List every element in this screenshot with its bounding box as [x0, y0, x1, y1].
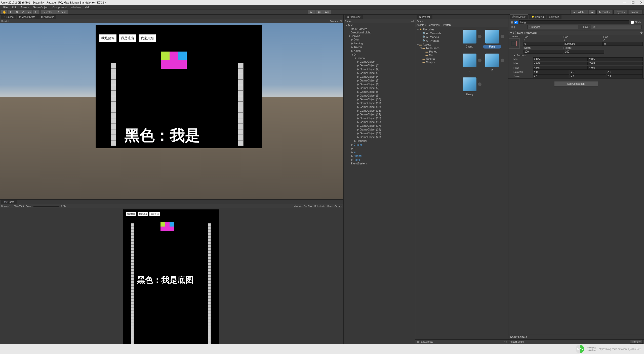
hierarchy-item[interactable]: ▶GameObject (11) [344, 101, 415, 105]
layers-dropdown[interactable]: Layers [613, 10, 627, 14]
lighting-tab[interactable]: 💡 Lighting [529, 15, 546, 19]
hierarchy-item[interactable]: ▶Yi [344, 150, 415, 154]
hierarchy-item[interactable]: ▶Tuichu [344, 45, 415, 49]
posy-input[interactable] [564, 42, 603, 46]
scale-z[interactable] [607, 74, 643, 78]
transform-tool-icon[interactable]: ✦ [33, 10, 39, 14]
assetbundle-dropdown[interactable]: None [630, 340, 643, 344]
hierarchy-item[interactable]: Main Camera [344, 27, 415, 31]
game-pause-button[interactable]: 我是暂停 [126, 212, 136, 216]
hierarchy-item[interactable]: ▶GameObject (19) [344, 131, 415, 135]
menu-gameobject[interactable]: GameObject [31, 6, 51, 9]
hierarchy-item[interactable]: ▶GameObject (16) [344, 120, 415, 124]
scene-tab[interactable]: ✦ Scene [1, 15, 16, 19]
project-tree-item[interactable]: ▬ Scripts [415, 60, 458, 64]
hierarchy-item[interactable]: ▶GameObject (12) [344, 105, 415, 109]
hierarchy-item[interactable]: ▼Sce* [344, 24, 415, 27]
scale-slider[interactable] [33, 206, 59, 207]
move-tool-icon[interactable]: ✥ [8, 10, 14, 14]
hierarchy-item[interactable]: ▶GameObject (14) [344, 113, 415, 116]
hierarchy-tab[interactable]: ≡ Hierarchy [345, 15, 363, 19]
scene-exit-button[interactable]: 我是退出 [119, 34, 136, 42]
project-tree-item[interactable]: ▬ Scenes [415, 57, 458, 60]
menu-window[interactable]: Window [69, 6, 83, 9]
game-exit-button[interactable]: 我是退出 [138, 212, 148, 216]
scale-tool-icon[interactable]: ⤢ [20, 10, 26, 14]
project-tree-item[interactable]: ▼▬ Assets [415, 43, 458, 46]
hierarchy-item[interactable]: Directional Light [344, 31, 415, 34]
asset-item[interactable]: Chang [461, 30, 478, 49]
pivot-center-toggle[interactable]: ▪ Center [41, 10, 55, 14]
scene-canvas[interactable]: 我是暂停 我是退出 我是开始 黑色：我是 [0, 23, 343, 199]
anchor-max-y[interactable] [588, 62, 643, 65]
project-create-dropdown[interactable]: Create [417, 20, 423, 22]
layer-dropdown[interactable]: UI [591, 25, 641, 29]
hierarchy-item[interactable]: ▼Di [344, 53, 415, 56]
resolution-dropdown[interactable]: 1600x2560 [13, 205, 24, 207]
hierarchy-item[interactable]: ▶GameObject (17) [344, 124, 415, 128]
project-tree-item[interactable]: ▼▬ Resources [415, 46, 458, 50]
hierarchy-item[interactable]: ▶GameObject (18) [344, 128, 415, 131]
project-tree-item[interactable]: ▬ Prefeb [415, 50, 458, 53]
project-tab[interactable]: ▣ Project [417, 15, 432, 19]
play-button[interactable]: ▶ [308, 10, 315, 14]
project-breadcrumb[interactable]: Assets › Resources › Prefeb [415, 23, 508, 27]
menu-file[interactable]: File [1, 6, 10, 9]
hierarchy-tree[interactable]: ▼Sce*Main CameraDirectional Light▼Canvas… [344, 23, 415, 166]
height-input[interactable] [564, 50, 604, 54]
hierarchy-item[interactable]: ▶GameObject (6) [344, 82, 415, 86]
hierarchy-item[interactable]: EventSystem [344, 162, 415, 165]
hierarchy-item[interactable]: ▶GameObject (8) [344, 90, 415, 94]
project-tree-item[interactable]: 🔍 All Materials [415, 31, 458, 35]
menu-assets[interactable]: Assets [19, 6, 31, 9]
hierarchy-create-dropdown[interactable]: Create [345, 20, 352, 22]
close-icon[interactable]: ✕ [640, 1, 643, 5]
hierarchy-item[interactable]: ▶GameObject (3) [344, 71, 415, 75]
cloud-icon[interactable]: ☁ [589, 10, 595, 14]
display-dropdown[interactable]: Display 1 [1, 205, 11, 207]
scene-start-button[interactable]: 我是开始 [139, 34, 156, 42]
rect-tool-icon[interactable]: ▭ [26, 10, 32, 14]
width-input[interactable] [524, 50, 564, 54]
game-canvas[interactable]: 我是暂停 我是退出 我是开始 黑色：我是底图 [0, 208, 343, 344]
shaded-dropdown[interactable]: Shaded [1, 20, 9, 22]
pivot-local-toggle[interactable]: ⟳ Local [55, 10, 68, 14]
game-gizmos-dropdown[interactable]: Gizmos [334, 205, 342, 207]
account-dropdown[interactable]: Account [596, 10, 612, 14]
hierarchy-item[interactable]: ▶GameObject (5) [344, 79, 415, 82]
pivot-y[interactable] [588, 66, 643, 70]
project-tree-item[interactable]: 🔍 All Models [415, 35, 458, 39]
menu-help[interactable]: Help [83, 6, 92, 9]
asset-item[interactable]: Yi [483, 54, 501, 72]
asset-store-tab[interactable]: 🛍 Asset Store [17, 15, 38, 19]
scene-search[interactable]: All [340, 20, 342, 22]
tag-dropdown[interactable]: Untagged [527, 25, 578, 29]
hierarchy-item[interactable]: ▶L [344, 147, 415, 150]
object-name-input[interactable] [519, 20, 629, 24]
services-tab[interactable]: Services [547, 15, 561, 19]
project-tree-item[interactable]: 🔍 All Prefabs [415, 39, 458, 43]
hierarchy-item[interactable]: ▶GameObject (7) [344, 86, 415, 90]
game-start-button[interactable]: 我是开始 [149, 212, 160, 216]
minimize-icon[interactable]: — [623, 1, 626, 5]
project-tree-item[interactable]: ▬ Su [415, 53, 458, 57]
pause-button[interactable]: ▮▮ [315, 10, 323, 14]
layout-dropdown[interactable]: Layout [629, 10, 643, 14]
hierarchy-item[interactable]: ▶GameObject (4) [344, 75, 415, 79]
rot-y[interactable] [570, 70, 606, 74]
posx-input[interactable] [524, 42, 563, 46]
hierarchy-item[interactable]: ▶GameObject (15) [344, 116, 415, 120]
scale-x[interactable] [533, 74, 569, 78]
static-checkbox[interactable] [631, 21, 634, 24]
rot-z[interactable] [607, 70, 643, 74]
collab-dropdown[interactable]: ☁ Collab [571, 10, 588, 14]
menu-edit[interactable]: Edit [10, 6, 19, 9]
hierarchy-item[interactable]: ▶GameObject (13) [344, 109, 415, 113]
animator-tab[interactable]: ⚙ Animator [38, 15, 56, 19]
game-tab[interactable]: 🎮 Game [1, 200, 17, 204]
anchor-min-y[interactable] [588, 57, 643, 61]
project-tree[interactable]: ▼★ Favorites🔍 All Materials🔍 All Models🔍… [415, 27, 458, 339]
hand-tool-icon[interactable]: ✋ [1, 10, 7, 14]
maximize-icon[interactable]: ☐ [631, 1, 635, 5]
maximize-play-toggle[interactable]: Maximize On Play [294, 205, 312, 207]
